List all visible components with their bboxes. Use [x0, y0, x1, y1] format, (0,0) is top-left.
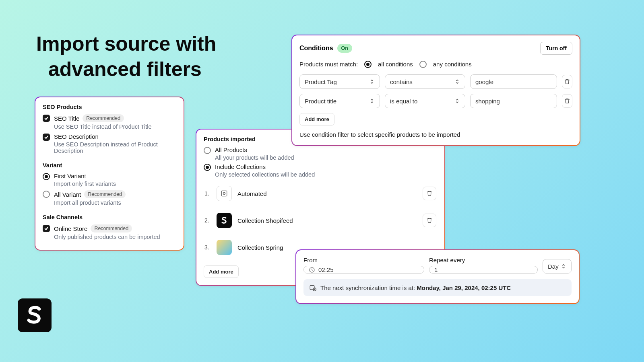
- headline-l1: Import source with: [36, 31, 216, 57]
- seo-title-badge: Recommended: [83, 114, 124, 122]
- delete-condition-button[interactable]: [562, 94, 572, 108]
- all-variant-label: All Variant: [54, 191, 81, 198]
- condition-value-input[interactable]: [470, 94, 557, 108]
- condition-value-input[interactable]: [470, 74, 557, 89]
- match-label: Products must match:: [299, 61, 358, 68]
- collection-idx: 2.: [204, 217, 211, 224]
- conditions-desc: Use condition filter to select specific …: [299, 131, 572, 138]
- online-store-label: Online Store: [54, 225, 87, 232]
- automated-icon: [217, 186, 232, 201]
- all-variant-radio[interactable]: [43, 191, 50, 198]
- channels-section-title: Sale Channels: [43, 214, 176, 220]
- first-variant-label: First Variant: [54, 173, 86, 179]
- conditions-on-badge: On: [337, 44, 352, 53]
- any-conditions-radio[interactable]: [419, 61, 427, 68]
- online-store-checkbox[interactable]: [43, 225, 50, 232]
- all-variant-badge: Recommended: [84, 190, 126, 198]
- all-products-radio[interactable]: [204, 147, 211, 154]
- collection-idx: 1.: [204, 190, 211, 197]
- conditions-panel: Conditions On Turn off Products must mat…: [291, 35, 580, 146]
- include-collections-desc: Only selected collections will be added: [215, 171, 315, 178]
- collection-row: 1. Automated: [204, 180, 437, 207]
- condition-op-select[interactable]: is equal to: [385, 94, 465, 108]
- spring-icon: [217, 240, 232, 255]
- seo-title-checkbox[interactable]: [43, 115, 50, 122]
- first-variant-radio[interactable]: [43, 173, 50, 180]
- all-products-label: All Products: [215, 146, 247, 153]
- all-products-desc: All your products will be added: [215, 154, 294, 161]
- first-variant-desc: Import only first variants: [54, 181, 116, 187]
- delete-condition-button[interactable]: [562, 75, 572, 88]
- seo-desc-label: SEO Description: [54, 133, 99, 140]
- clock-icon: [309, 267, 315, 273]
- conditions-title: Conditions: [299, 45, 333, 52]
- svg-rect-3: [310, 286, 314, 290]
- repeat-value-input[interactable]: [429, 266, 538, 274]
- seo-title-label: SEO Title: [54, 115, 79, 122]
- variant-section-title: Variant: [43, 162, 176, 169]
- collection-idx: 3.: [204, 244, 211, 251]
- turn-off-button[interactable]: Turn off: [540, 42, 572, 55]
- condition-field-select[interactable]: Product title: [299, 94, 380, 108]
- from-time-input[interactable]: 02:25: [303, 266, 424, 274]
- seo-panel: SEO Products SEO Title Recommended Use S…: [35, 97, 184, 251]
- sync-panel: From 02:25 Repeat every Day The next syn…: [295, 249, 580, 304]
- shopifeed-icon: [217, 213, 232, 228]
- delete-collection-button[interactable]: [423, 214, 436, 227]
- from-label: From: [303, 257, 424, 263]
- collection-name: Automated: [237, 190, 417, 197]
- sync-info-time: Monday, Jan 29, 2024, 02:25 UTC: [417, 284, 511, 291]
- any-conditions-label: any conditions: [433, 61, 472, 68]
- collection-row: 2. Collection Shopifeed: [204, 207, 437, 234]
- seo-desc-checkbox[interactable]: [43, 134, 50, 141]
- repeat-label: Repeat every: [429, 257, 538, 263]
- delete-collection-button[interactable]: [423, 187, 436, 200]
- app-logo: [18, 298, 52, 332]
- online-store-badge: Recommended: [91, 224, 132, 232]
- seo-title-desc: Use SEO Title instead of Product Title: [54, 123, 152, 130]
- all-variant-desc: Import all product variants: [54, 200, 126, 206]
- include-collections-label: Include Collections: [215, 163, 266, 170]
- headline: Import source with advanced filters: [36, 31, 216, 82]
- add-collection-button[interactable]: Add more: [204, 265, 239, 278]
- condition-field-select[interactable]: Product Tag: [299, 74, 380, 89]
- collection-name: Collection Shopifeed: [237, 217, 417, 224]
- calendar-clock-icon: [309, 284, 316, 291]
- svg-rect-0: [221, 191, 227, 196]
- headline-l2: advanced filters: [48, 57, 216, 82]
- all-conditions-label: all conditions: [378, 61, 413, 68]
- seo-section-title: SEO Products: [43, 104, 176, 110]
- all-conditions-radio[interactable]: [364, 61, 372, 68]
- repeat-unit-select[interactable]: Day: [543, 259, 572, 274]
- seo-desc-desc: Use SEO Description instead of Product D…: [54, 141, 176, 154]
- add-condition-button[interactable]: Add more: [299, 113, 334, 125]
- svg-point-1: [223, 193, 225, 195]
- online-store-desc: Only published products can be imported: [54, 234, 160, 240]
- sync-info: The next synchronization time is at: Mon…: [303, 279, 572, 296]
- include-collections-radio[interactable]: [204, 164, 211, 171]
- condition-op-select[interactable]: contains: [385, 74, 465, 89]
